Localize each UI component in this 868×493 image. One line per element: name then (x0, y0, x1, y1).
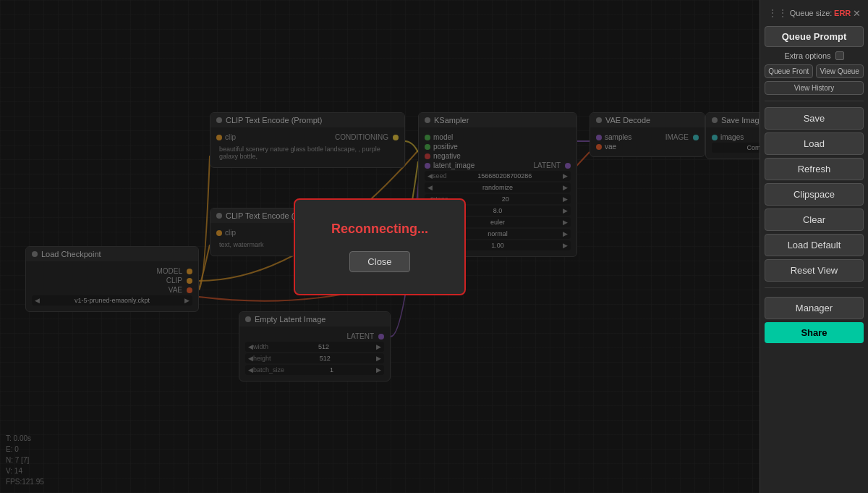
panel-header: ⋮⋮ Queue size: ERR ✕ (765, 6, 864, 20)
close-dialog-button[interactable]: Close (349, 251, 409, 272)
refresh-button[interactable]: Refresh (765, 158, 864, 180)
extra-options-checkbox[interactable] (835, 51, 844, 60)
queue-size-label: Queue size: (790, 9, 833, 17)
panel-drag-dots: ⋮⋮ (767, 7, 788, 19)
panel-close-btn[interactable]: ✕ (853, 8, 861, 19)
queue-row: Queue Front View Queue (765, 64, 864, 78)
queue-size-status: ERR (834, 9, 851, 17)
share-button[interactable]: Share (765, 322, 864, 343)
reconnecting-text: Reconnecting... (331, 222, 428, 237)
queue-front-button[interactable]: Queue Front (765, 64, 813, 78)
queue-prompt-button[interactable]: Queue Prompt (765, 26, 864, 47)
reconnecting-dialog: Reconnecting... Close (294, 198, 466, 295)
clipspace-button[interactable]: Clipspace (765, 183, 864, 206)
load-default-button[interactable]: Load Default (765, 234, 864, 256)
save-button[interactable]: Save (765, 107, 864, 130)
panel-divider-2 (765, 287, 864, 288)
view-history-button[interactable]: View History (765, 81, 864, 95)
manager-button[interactable]: Manager (765, 297, 864, 319)
load-button[interactable]: Load (765, 132, 864, 155)
extra-options-label: Extra options (784, 51, 830, 60)
panel-divider-1 (765, 101, 864, 101)
right-panel: ⋮⋮ Queue size: ERR ✕ Queue Prompt Extra … (760, 0, 868, 493)
reconnecting-overlay: Reconnecting... Close (0, 0, 760, 493)
canvas-area[interactable]: Load Checkpoint MODEL CLIP VAE ◀ v1-5-pr… (0, 0, 760, 493)
clear-button[interactable]: Clear (765, 208, 864, 231)
extra-options-row: Extra options (765, 50, 864, 62)
reset-view-button[interactable]: Reset View (765, 259, 864, 282)
view-queue-button[interactable]: View Queue (816, 64, 864, 78)
